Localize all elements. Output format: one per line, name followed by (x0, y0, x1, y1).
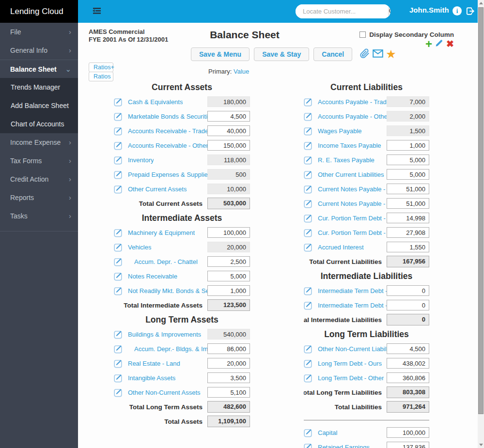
save-menu-button[interactable]: Save & Menu (191, 47, 250, 61)
account-value-input[interactable] (387, 372, 429, 383)
edit-row-icon[interactable] (114, 286, 124, 295)
account-label[interactable]: R. E. Taxes Payable (318, 156, 375, 164)
account-value-input[interactable] (387, 184, 429, 194)
account-value-input[interactable] (387, 198, 429, 209)
account-value-input[interactable] (387, 169, 429, 180)
edit-row-icon[interactable] (304, 428, 313, 437)
edit-row-icon[interactable] (114, 184, 124, 194)
edit-row-icon[interactable] (304, 344, 313, 354)
menu-toggle-icon[interactable] (92, 6, 102, 16)
account-label[interactable]: Intermediate Term Debt - Ours (318, 287, 387, 294)
edit-icon[interactable] (435, 39, 443, 49)
account-label[interactable]: Accounts Payable - Other (318, 113, 387, 120)
edit-row-icon[interactable] (114, 242, 124, 252)
favorite-icon[interactable]: ★ (386, 49, 396, 60)
account-label[interactable]: Accrued Interest (318, 244, 364, 251)
account-value-input[interactable] (387, 442, 429, 448)
account-value-input[interactable] (387, 154, 429, 165)
sidebar-item-tasks[interactable]: ›Tasks (0, 207, 78, 225)
account-value-input[interactable] (207, 358, 250, 369)
account-label[interactable]: Retained Earnings (318, 444, 370, 448)
account-value-input[interactable] (387, 242, 429, 252)
user-menu[interactable]: John.Smith (409, 6, 458, 14)
account-label[interactable]: Accum. Depr. - Chattel (128, 258, 198, 265)
account-label[interactable]: Real Estate - Land (128, 360, 180, 367)
save-stay-button[interactable]: Save & Stay (254, 47, 309, 61)
account-label[interactable]: Marketable Bonds & Securities (128, 113, 207, 120)
edit-row-icon[interactable] (304, 97, 313, 107)
account-label[interactable]: Buildings & Improvements (128, 331, 201, 338)
edit-row-icon[interactable] (304, 286, 313, 295)
edit-row-icon[interactable] (304, 442, 313, 448)
logout-icon[interactable] (466, 6, 476, 18)
account-label[interactable]: Not Readily Mkt. Bonds & Sec. (128, 287, 207, 294)
sidebar-item-chart-of-accounts[interactable]: Chart of Accounts (0, 115, 78, 133)
delete-icon[interactable]: ✖ (446, 40, 454, 48)
account-value-input[interactable] (387, 285, 429, 296)
edit-row-icon[interactable] (114, 329, 124, 339)
email-icon[interactable] (373, 49, 383, 60)
account-label[interactable]: Inventory (128, 156, 154, 164)
sidebar-item-credit-action[interactable]: ›Credit Action (0, 170, 78, 188)
account-label[interactable]: Intangible Assets (128, 374, 175, 382)
account-label[interactable]: Accounts Receivable - Trade (128, 127, 207, 135)
sidebar-item-tax-forms[interactable]: ›Tax Forms (0, 152, 78, 170)
account-value-input[interactable] (387, 213, 429, 223)
edit-row-icon[interactable] (114, 228, 124, 237)
edit-row-icon[interactable] (114, 126, 124, 136)
edit-row-icon[interactable] (304, 184, 313, 194)
edit-row-icon[interactable] (304, 155, 313, 165)
page-scrollbar[interactable] (478, 0, 484, 448)
account-label[interactable]: Cur. Portion Term Debt - Ours (318, 215, 387, 222)
edit-row-icon[interactable] (114, 111, 124, 121)
account-label[interactable]: Prepaid Expenses & Supplies (128, 171, 207, 178)
scroll-down-icon[interactable] (479, 444, 483, 446)
account-label[interactable]: Intermediate Term Debt - Other (318, 302, 387, 309)
account-label[interactable]: Accounts Payable - Trade (318, 98, 387, 106)
ratios-button[interactable]: Ratios (89, 72, 113, 81)
account-value-input[interactable] (387, 343, 429, 354)
account-label[interactable]: Machinery & Equipment (128, 229, 195, 236)
sidebar-item-general-info[interactable]: ›General Info (0, 41, 78, 60)
sidebar-item-add-balance-sheet[interactable]: Add Balance Sheet (0, 96, 78, 115)
account-label[interactable]: Other Current Liabilities (318, 171, 384, 178)
account-value-input[interactable] (387, 427, 429, 438)
account-label[interactable]: Long Term Debt - Ours (318, 360, 382, 367)
account-label[interactable]: Capital (318, 429, 337, 436)
account-value-input[interactable] (387, 300, 429, 310)
edit-row-icon[interactable] (114, 97, 124, 107)
search-icon[interactable] (388, 4, 390, 18)
sidebar-item-trends-manager[interactable]: Trends Manager (0, 78, 78, 96)
edit-row-icon[interactable] (304, 373, 313, 383)
edit-row-icon[interactable] (114, 140, 124, 150)
account-value-input[interactable] (207, 140, 250, 151)
account-label[interactable]: Income Taxes Payable (318, 142, 381, 149)
edit-row-icon[interactable] (304, 199, 313, 208)
account-value-input[interactable] (207, 256, 250, 267)
edit-row-icon[interactable] (114, 155, 124, 165)
sidebar-item-file[interactable]: ›File (0, 23, 78, 41)
edit-row-icon[interactable] (304, 213, 313, 223)
edit-row-icon[interactable] (114, 358, 124, 368)
account-value-input[interactable] (207, 125, 250, 136)
edit-row-icon[interactable] (114, 344, 124, 354)
search-input[interactable] (296, 4, 388, 18)
account-label[interactable]: Wages Payable (318, 127, 362, 135)
account-value-input[interactable] (387, 227, 429, 238)
edit-row-icon[interactable] (304, 126, 313, 136)
edit-row-icon[interactable] (114, 387, 124, 397)
info-icon[interactable]: i (453, 6, 462, 15)
account-label[interactable]: Notes Receivable (128, 273, 177, 280)
account-label[interactable]: Other Current Assets (128, 185, 187, 193)
edit-row-icon[interactable] (114, 373, 124, 383)
scrollbar-thumb[interactable] (478, 7, 484, 414)
primary-value-link[interactable]: Value (234, 68, 249, 75)
account-value-input[interactable] (207, 271, 250, 281)
account-value-input[interactable] (207, 227, 250, 238)
account-label[interactable]: Accum. Depr.- Bldgs. & Improv. (128, 345, 207, 353)
account-label[interactable]: Long Term Debt - Other (318, 374, 384, 382)
sidebar-item-reports[interactable]: ›Reports (0, 188, 78, 207)
account-label[interactable]: Other Non-Current Assets (128, 389, 201, 396)
account-value-input[interactable] (207, 372, 250, 383)
edit-row-icon[interactable] (114, 271, 124, 281)
